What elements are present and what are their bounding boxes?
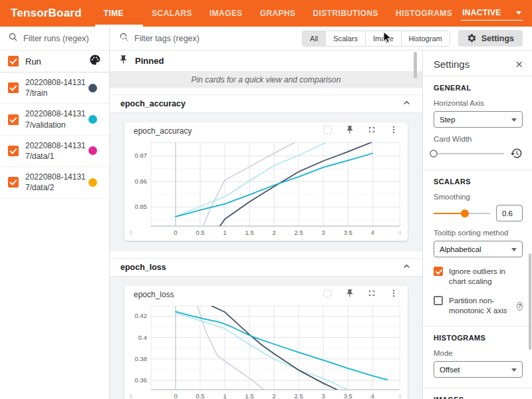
- svg-text:0.36: 0.36: [135, 376, 148, 384]
- histogram-mode-value: Offset: [440, 366, 460, 374]
- reload-status-dropdown[interactable]: INACTIVE: [461, 6, 522, 21]
- reload-status-value: INACTIVE: [462, 8, 501, 17]
- section-header-epoch-loss[interactable]: epoch_loss: [110, 258, 422, 277]
- pinned-empty-message: Pin cards for a quick view and compariso…: [110, 72, 422, 88]
- slider-thumb[interactable]: [461, 209, 469, 217]
- tab-histograms[interactable]: HISTOGRAMS: [387, 0, 461, 27]
- run-row-validation[interactable]: 20220808-141317/validation: [0, 104, 109, 135]
- settings-section-general: GENERAL Horizontal Axis Step Card Width: [423, 76, 532, 170]
- tab-graphs[interactable]: GRAPHS: [251, 0, 305, 27]
- section-header-epoch-accuracy[interactable]: epoch_accuracy: [110, 94, 422, 113]
- runs-sidebar: Run 20220808-141317/train 20220808-14131…: [0, 27, 110, 399]
- data-selection-icon[interactable]: [323, 289, 332, 301]
- svg-text:3.5: 3.5: [344, 392, 352, 399]
- svg-text:1: 1: [223, 229, 226, 236]
- svg-text:1.5: 1.5: [245, 229, 254, 236]
- scalar-card-epoch-loss: epoch_loss 0.360.380.40.4200.: [124, 286, 408, 399]
- close-icon[interactable]: ×: [515, 59, 523, 70]
- horizontal-axis-value: Step: [440, 116, 456, 124]
- section-title: epoch_loss: [120, 263, 402, 272]
- filter-scalars-button[interactable]: Scalars: [325, 31, 365, 46]
- run-checkbox[interactable]: [8, 146, 19, 156]
- settings-button-label: Settings: [481, 34, 514, 43]
- svg-text:0: 0: [174, 229, 177, 236]
- images-heading: IMAGES: [434, 396, 523, 399]
- run-checkbox[interactable]: [8, 177, 19, 188]
- run-name: 20220808-141317/validation: [25, 108, 88, 130]
- tab-time-series[interactable]: TIME SERIES: [95, 0, 143, 27]
- mouse-cursor: [383, 31, 394, 47]
- histogram-mode-select[interactable]: Offset: [434, 361, 523, 378]
- kebab-menu-icon[interactable]: [389, 289, 398, 301]
- run-row-train[interactable]: 20220808-141317/train: [0, 72, 109, 104]
- smoothing-slider[interactable]: [434, 209, 490, 218]
- run-row-data-2[interactable]: 20220808-141317/data/2: [0, 167, 109, 198]
- svg-text:0.86: 0.86: [135, 178, 148, 185]
- settings-section-histograms: HISTOGRAMS Mode Offset: [423, 326, 532, 388]
- fullscreen-icon[interactable]: [367, 125, 376, 137]
- filter-tags-input[interactable]: [134, 34, 241, 43]
- select-all-runs-checkbox[interactable]: [8, 56, 19, 66]
- pin-card-icon[interactable]: [345, 125, 354, 137]
- svg-text:3.5: 3.5: [344, 229, 352, 236]
- card-width-label: Card Width: [434, 135, 523, 143]
- data-selection-icon[interactable]: [323, 125, 332, 138]
- epoch-accuracy-chart[interactable]: 0.850.860.8700.511.522.533.5454: [124, 140, 408, 241]
- chevron-up-icon[interactable]: [402, 261, 412, 274]
- filter-runs-input[interactable]: [23, 34, 101, 43]
- settings-panel-title: Settings: [434, 59, 515, 70]
- chevron-down-icon: [511, 248, 517, 251]
- settings-section-scalars: SCALARS Smoothing Tooltip sorting method…: [423, 170, 532, 326]
- kebab-menu-icon[interactable]: [389, 125, 398, 137]
- reset-icon[interactable]: [510, 147, 523, 160]
- run-color-dot: [88, 115, 97, 124]
- main-scrollbar[interactable]: [414, 52, 417, 78]
- card-title: epoch_loss: [134, 290, 323, 299]
- svg-text:4: 4: [371, 229, 374, 236]
- tab-distributions[interactable]: DISTRIBUTIONS: [304, 0, 387, 27]
- svg-text:0: 0: [174, 392, 177, 399]
- svg-text:0.87: 0.87: [135, 152, 148, 159]
- palette-icon[interactable]: [89, 54, 101, 68]
- filter-histogram-button[interactable]: Histogram: [401, 31, 450, 46]
- smoothing-value-input[interactable]: [496, 205, 523, 221]
- pinned-title: Pinned: [135, 56, 164, 66]
- settings-button[interactable]: Settings: [458, 30, 523, 47]
- svg-text:5: 5: [129, 229, 132, 236]
- filter-all-button[interactable]: All: [303, 31, 325, 46]
- card-width-slider[interactable]: [434, 149, 504, 158]
- run-color-dot: [88, 178, 97, 187]
- ignore-outliers-checkbox[interactable]: [434, 267, 443, 276]
- cards-scroll-area: Pinned Pin cards for a quick view and co…: [110, 51, 422, 399]
- help-icon[interactable]: ?: [517, 302, 523, 311]
- chevron-up-icon[interactable]: [402, 98, 412, 110]
- tab-scalars[interactable]: SCALARS: [143, 0, 201, 27]
- app-logo: TensorBoard: [0, 7, 95, 20]
- settings-scrollbar[interactable]: [529, 253, 531, 350]
- epoch-loss-chart[interactable]: 0.360.380.40.4200.511.522.533.5454: [124, 303, 408, 399]
- partition-x-axis-checkbox[interactable]: [434, 296, 443, 305]
- tab-images[interactable]: IMAGES: [201, 0, 251, 27]
- tag-filter-group: All Scalars Image Histogram: [302, 31, 450, 47]
- run-checkbox[interactable]: [8, 82, 19, 93]
- pin-card-icon[interactable]: [345, 289, 354, 301]
- scalar-card-epoch-accuracy: epoch_accuracy 0.850.860.8700: [124, 122, 408, 241]
- horizontal-axis-select[interactable]: Step: [434, 111, 523, 128]
- slider-thumb[interactable]: [430, 150, 438, 158]
- settings-panel: Settings × GENERAL Horizontal Axis Step …: [422, 51, 532, 399]
- histogram-mode-label: Mode: [434, 349, 523, 357]
- nav-tabs: TIME SERIES SCALARS IMAGES GRAPHS DISTRI…: [95, 0, 461, 27]
- histograms-heading: HISTOGRAMS: [434, 334, 523, 342]
- pinned-section-header: Pinned: [110, 51, 422, 72]
- general-heading: GENERAL: [434, 84, 523, 92]
- run-checkbox[interactable]: [8, 114, 19, 125]
- runs-column-header: Run: [25, 57, 89, 66]
- svg-text:2: 2: [273, 392, 276, 399]
- fullscreen-icon[interactable]: [367, 289, 376, 301]
- chevron-down-icon: [511, 368, 517, 372]
- run-name: 20220808-141317/data/1: [25, 140, 88, 162]
- tooltip-sorting-select[interactable]: Alphabetical: [434, 241, 523, 257]
- svg-text:4: 4: [398, 392, 401, 399]
- run-name: 20220808-141317/data/2: [25, 172, 88, 193]
- run-row-data-1[interactable]: 20220808-141317/data/1: [0, 136, 109, 167]
